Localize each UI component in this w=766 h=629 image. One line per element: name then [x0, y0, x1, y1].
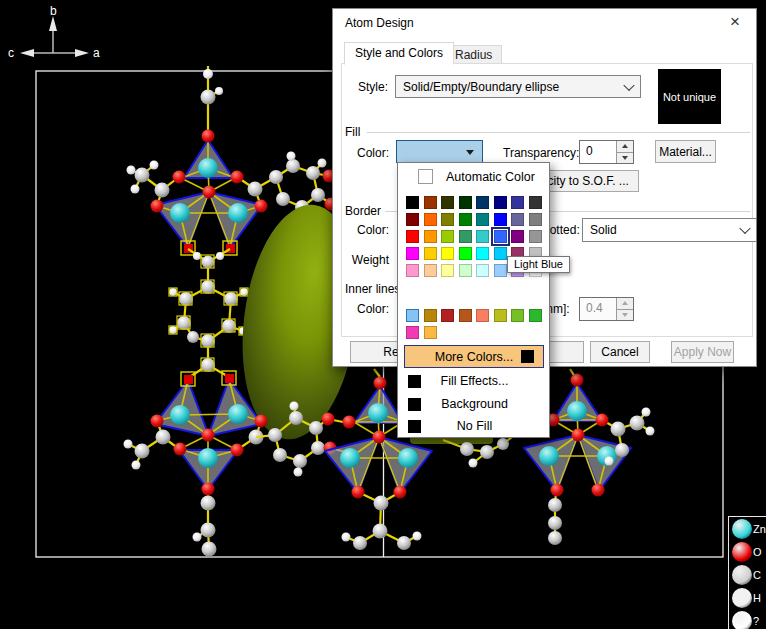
fill-color-dropdown[interactable]: [396, 140, 483, 163]
style-select-value: Solid/Empty/Boundary ellipse: [403, 80, 559, 94]
legend-label: H: [753, 592, 761, 604]
color-swatch[interactable]: [424, 230, 437, 243]
background-item[interactable]: Background: [398, 394, 551, 414]
color-swatch[interactable]: [511, 213, 524, 226]
fill-group-label: Fill: [345, 125, 360, 139]
inner-line-group-label: Inner lines: [345, 282, 400, 296]
axis-c-arrow: [20, 49, 34, 57]
legend-label: O: [753, 546, 762, 558]
color-swatch[interactable]: [529, 213, 542, 226]
color-swatch[interactable]: [424, 309, 437, 322]
legend-label: Zn: [753, 523, 766, 535]
color-swatch[interactable]: [406, 309, 419, 322]
close-icon[interactable]: ×: [724, 11, 746, 33]
color-swatch[interactable]: [441, 196, 454, 209]
dotted-select-value: Solid: [590, 223, 617, 237]
more-colors-item[interactable]: More Colors...: [404, 345, 544, 368]
color-swatch[interactable]: [476, 213, 489, 226]
black-square-icon: [408, 375, 421, 388]
legend-label: C: [753, 569, 761, 581]
automatic-color-label: Automatic Color: [446, 170, 535, 184]
spinner-down-icon: [617, 309, 633, 321]
color-swatch[interactable]: [406, 196, 419, 209]
axis-a-arrow: [75, 49, 89, 57]
legend-item: O: [729, 541, 766, 563]
color-swatch[interactable]: [476, 264, 489, 277]
color-swatch[interactable]: [441, 213, 454, 226]
chevron-down-icon: [739, 223, 750, 234]
color-swatch[interactable]: [459, 213, 472, 226]
dotted-select[interactable]: Solid: [582, 218, 757, 242]
background-label: Background: [441, 397, 508, 411]
color-swatch[interactable]: [459, 230, 472, 243]
color-swatch[interactable]: [459, 309, 472, 322]
color-swatch[interactable]: [476, 247, 489, 260]
legend-item: Zn: [729, 518, 766, 540]
color-swatch[interactable]: [529, 309, 542, 322]
color-swatch[interactable]: [424, 247, 437, 260]
tab-style-and-colors[interactable]: Style and Colors: [344, 42, 454, 65]
color-swatch[interactable]: [441, 230, 454, 243]
axis-indicator: b c a: [8, 4, 100, 60]
color-swatch[interactable]: [424, 213, 437, 226]
color-swatch[interactable]: [494, 309, 507, 322]
legend-item: ?: [729, 610, 766, 629]
no-fill-label: No Fill: [457, 419, 492, 433]
border-color-label: Color:: [345, 223, 389, 237]
nm-spinner[interactable]: 0.4: [579, 297, 634, 321]
atom-legend: ZnOCH?: [728, 516, 766, 629]
color-swatch[interactable]: [476, 309, 489, 322]
color-swatch[interactable]: [441, 309, 454, 322]
color-swatch[interactable]: [424, 196, 437, 209]
color-swatch[interactable]: [459, 264, 472, 277]
chevron-down-icon: [623, 79, 634, 90]
fill-effects-item[interactable]: Fill Effects...: [398, 371, 551, 391]
material-button[interactable]: Material...: [655, 140, 716, 163]
automatic-color-checkbox[interactable]: [418, 169, 433, 184]
transparency-value: 0: [580, 141, 616, 163]
axis-b-label: b: [50, 4, 57, 18]
color-picker-popup: Automatic Color More Colors... Fill Effe…: [397, 162, 550, 438]
transparency-label: Transparency:: [503, 146, 579, 160]
no-fill-item[interactable]: No Fill: [398, 416, 551, 436]
color-swatch[interactable]: [406, 230, 419, 243]
color-swatch[interactable]: [406, 264, 419, 277]
color-swatch[interactable]: [441, 264, 454, 277]
fill-color-label: Color:: [345, 146, 389, 160]
dialog-title: Atom Design: [345, 16, 414, 30]
color-swatch[interactable]: [494, 196, 507, 209]
color-swatch[interactable]: [511, 196, 524, 209]
dropdown-arrow-icon: [466, 150, 474, 155]
fill-effects-label: Fill Effects...: [441, 374, 509, 388]
preview-text: Not unique: [663, 91, 716, 103]
style-select[interactable]: Solid/Empty/Boundary ellipse: [395, 75, 641, 98]
legend-label: ?: [753, 615, 759, 627]
color-swatch[interactable]: [424, 326, 437, 339]
custom-colors-row-2: [406, 326, 542, 339]
axis-b-arrow: [49, 16, 57, 31]
spinner-down-icon[interactable]: [617, 152, 633, 164]
color-swatch[interactable]: [459, 247, 472, 260]
color-swatch[interactable]: [494, 247, 507, 260]
color-swatch[interactable]: [406, 326, 419, 339]
spinner-up-icon[interactable]: [617, 141, 633, 152]
color-swatch[interactable]: [406, 213, 419, 226]
color-swatch[interactable]: [476, 230, 489, 243]
color-swatch[interactable]: [424, 264, 437, 277]
color-swatch[interactable]: [459, 196, 472, 209]
color-swatch[interactable]: [441, 247, 454, 260]
color-swatch[interactable]: [511, 309, 524, 322]
color-swatch[interactable]: [494, 230, 507, 243]
color-swatch[interactable]: [494, 213, 507, 226]
color-swatch[interactable]: [494, 264, 507, 277]
automatic-color-item[interactable]: Automatic Color: [405, 169, 535, 184]
color-swatch[interactable]: [529, 196, 542, 209]
cancel-button[interactable]: Cancel: [590, 341, 650, 363]
color-swatch[interactable]: [476, 196, 489, 209]
zn-cluster-top-left: [127, 66, 268, 255]
color-swatch[interactable]: [406, 247, 419, 260]
atom-sphere-icon: [732, 565, 752, 585]
color-swatch[interactable]: [529, 230, 542, 243]
transparency-spinner[interactable]: 0: [579, 140, 634, 164]
color-swatch[interactable]: [511, 230, 524, 243]
